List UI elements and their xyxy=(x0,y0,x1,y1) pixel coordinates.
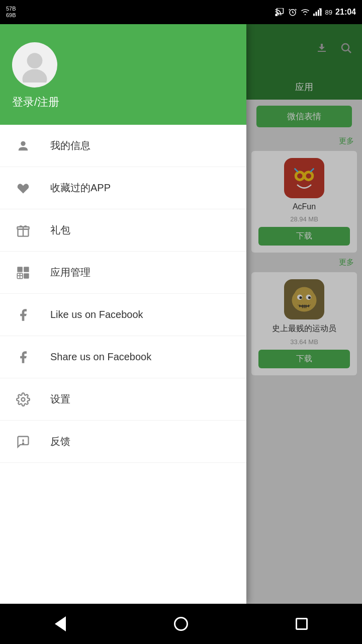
status-icons: 89 21:04 xyxy=(275,8,356,17)
status-bar: 57B 69B xyxy=(0,0,362,24)
sidebar-item-share-facebook[interactable]: Share us on Facebook xyxy=(0,336,246,378)
acfun-download-button[interactable]: 下载 xyxy=(258,227,350,246)
wifi-icon xyxy=(300,8,310,16)
app-icon-troll xyxy=(284,279,324,319)
sidebar-item-favorites[interactable]: 收藏过的APP xyxy=(0,167,246,209)
feedback-icon xyxy=(14,433,32,451)
nav-recents-button[interactable] xyxy=(289,611,314,636)
apps-icon xyxy=(14,264,32,282)
svg-point-34 xyxy=(306,173,312,179)
sidebar-item-settings[interactable]: 设置 xyxy=(0,378,246,421)
svg-rect-8 xyxy=(315,12,317,16)
wechat-emotions-button[interactable]: 微信表情 xyxy=(256,106,352,127)
svg-line-6 xyxy=(295,9,296,10)
heart-icon xyxy=(14,179,32,197)
search-icon[interactable] xyxy=(340,42,352,57)
gear-icon xyxy=(14,390,32,409)
more-link-2[interactable]: 更多 xyxy=(339,258,354,267)
avatar-image xyxy=(17,47,52,83)
acfun-logo xyxy=(287,160,322,196)
app-icon-acfun xyxy=(284,158,324,198)
login-register-label[interactable]: 登录/注册 xyxy=(12,95,234,110)
svg-point-13 xyxy=(23,69,47,83)
cast-icon xyxy=(275,8,285,16)
acfun-size: 28.94 MB xyxy=(290,215,318,223)
svg-point-12 xyxy=(27,53,43,68)
drawer-menu: 我的信息 收藏过的APP xyxy=(0,125,246,604)
troll-logo xyxy=(287,282,322,317)
troll-size: 33.64 MB xyxy=(290,338,318,346)
facebook-like-icon xyxy=(14,306,32,324)
alarm-icon xyxy=(288,8,297,17)
section-header-2: 更多 xyxy=(246,255,362,270)
svg-rect-27 xyxy=(318,51,326,52)
share-facebook-label: Share us on Facebook xyxy=(50,351,151,363)
svg-point-14 xyxy=(21,141,25,145)
troll-download-button[interactable]: 下载 xyxy=(258,350,350,368)
status-time: 21:04 xyxy=(335,8,356,17)
tab-apps[interactable]: 应用 xyxy=(295,81,313,93)
sidebar-item-my-info[interactable]: 我的信息 xyxy=(0,125,246,167)
svg-point-28 xyxy=(342,44,349,51)
sidebar-item-app-manage[interactable]: 应用管理 xyxy=(0,252,246,294)
app-card-acfun: AcFun 28.94 MB 下载 xyxy=(251,151,357,253)
back-icon xyxy=(55,616,66,631)
sidebar-drawer: 登录/注册 我的信息 收 xyxy=(0,24,246,604)
svg-point-33 xyxy=(297,173,303,179)
svg-line-5 xyxy=(289,9,290,10)
svg-point-24 xyxy=(22,397,25,401)
main-layout: 登录/注册 我的信息 收 xyxy=(0,24,362,604)
gifts-label: 礼包 xyxy=(50,223,70,237)
app-card-troll: 史上最贱的运动员 33.64 MB 下载 xyxy=(251,272,357,375)
avatar xyxy=(12,42,57,88)
feedback-label: 反馈 xyxy=(50,435,70,448)
tab-bar: 应用 xyxy=(246,74,362,100)
troll-name: 史上最贱的运动员 xyxy=(272,324,336,334)
sidebar-item-like-facebook[interactable]: Like us on Facebook xyxy=(0,294,246,336)
nav-back-button[interactable] xyxy=(48,611,73,636)
favorites-label: 收藏过的APP xyxy=(50,181,111,195)
right-panel: 应用 微信表情 更多 AcFun 28. xyxy=(246,24,362,604)
data-indicator: 57B 69B xyxy=(6,6,16,19)
nav-bar xyxy=(0,604,362,644)
sidebar-item-feedback[interactable]: 反馈 xyxy=(0,421,246,463)
nav-home-button[interactable] xyxy=(168,611,194,636)
like-facebook-label: Like us on Facebook xyxy=(50,309,143,320)
acfun-name: AcFun xyxy=(293,202,316,211)
svg-rect-9 xyxy=(318,10,319,16)
svg-rect-7 xyxy=(313,14,315,16)
my-info-label: 我的信息 xyxy=(50,139,90,152)
svg-point-26 xyxy=(23,443,24,444)
recents-icon xyxy=(296,618,308,630)
section-header-1: 更多 xyxy=(246,133,362,149)
svg-rect-19 xyxy=(24,267,29,272)
right-header xyxy=(246,24,362,74)
settings-label: 设置 xyxy=(50,392,70,406)
facebook-share-icon xyxy=(14,348,32,366)
battery-indicator: 89 xyxy=(325,9,332,16)
person-icon xyxy=(14,137,32,155)
svg-rect-18 xyxy=(17,267,23,272)
svg-rect-20 xyxy=(24,273,29,279)
download-icon[interactable] xyxy=(316,42,328,57)
sidebar-item-gifts[interactable]: 礼包 xyxy=(0,209,246,252)
svg-point-37 xyxy=(295,287,314,303)
svg-point-41 xyxy=(308,296,311,299)
svg-line-29 xyxy=(348,50,351,53)
signal-icon xyxy=(313,8,322,16)
drawer-header[interactable]: 登录/注册 xyxy=(0,24,246,125)
app-manage-label: 应用管理 xyxy=(50,266,90,279)
gift-icon xyxy=(14,221,32,239)
more-link-1[interactable]: 更多 xyxy=(339,136,354,146)
svg-point-40 xyxy=(299,296,302,299)
home-icon xyxy=(174,617,188,631)
